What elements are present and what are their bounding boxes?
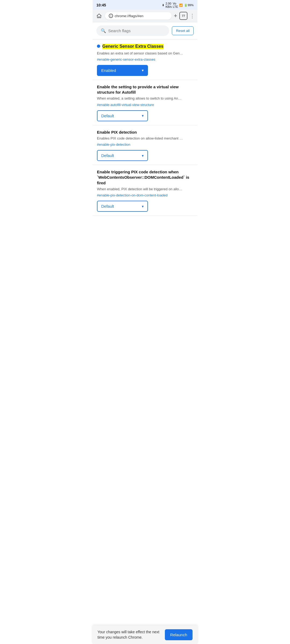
home-button[interactable]: [95, 12, 103, 20]
flag-item-autofill: Enable the setting to provide a virtual …: [93, 80, 197, 125]
search-bar-container: 🔍 Reset all: [93, 22, 197, 39]
flag-dropdown-1[interactable]: Default ▾: [97, 110, 148, 121]
menu-button[interactable]: ⋮: [190, 13, 195, 19]
flag-item-generic-sensor: Generic Sensor Extra Classes Enables an …: [93, 39, 197, 80]
flag-dropdown-value-1: Default: [101, 114, 114, 118]
flag-dropdown-value-0: Enabled: [101, 68, 116, 73]
chevron-down-icon-0: ▾: [142, 68, 144, 72]
bluetooth-icon: ⬇︎: [162, 3, 164, 7]
info-icon: i: [109, 14, 113, 18]
battery-icon: 🔋99%: [184, 3, 194, 7]
flags-list: Generic Sensor Extra Classes Enables an …: [93, 39, 197, 216]
flag-title-highlighted: Generic Sensor Extra Classes: [102, 44, 164, 49]
chevron-down-icon-1: ▾: [142, 114, 144, 118]
flag-active-dot: [97, 45, 100, 48]
search-input[interactable]: [108, 28, 165, 33]
browser-chrome: i chrome://flags/#en + 77 ⋮: [93, 10, 197, 22]
flag-dropdown-0[interactable]: Enabled ▾: [97, 65, 148, 76]
address-text: chrome://flags/#en: [115, 14, 143, 18]
search-icon: 🔍: [101, 28, 106, 33]
network-speed: 2.00KB/s: [165, 2, 172, 8]
flag-dropdown-3[interactable]: Default ▾: [97, 201, 148, 212]
tab-count-button[interactable]: 77: [179, 12, 187, 20]
vo-lte-icon: VoLTE: [173, 2, 178, 8]
chevron-down-icon-3: ▾: [142, 204, 144, 208]
flag-title-3: Enable triggering PIX code detection whe…: [97, 169, 193, 186]
flag-description-2: Enables PIX code detection on allow-list…: [97, 136, 193, 141]
flag-dropdown-value-3: Default: [101, 204, 114, 208]
flag-item-pix-dom: Enable triggering PIX code detection whe…: [93, 165, 197, 216]
flag-link-0[interactable]: #enable-generic-sensor-extra-classes: [97, 57, 155, 61]
flag-description-3: When enabled, PIX detection will be trig…: [97, 187, 193, 192]
status-icons: ⬇︎ 2.00KB/s VoLTE 📶 🔋99%: [162, 2, 194, 8]
main-content: 🔍 Reset all Generic Sensor Extra Classes…: [93, 22, 197, 240]
search-bar[interactable]: 🔍: [96, 25, 169, 36]
chevron-down-icon-2: ▾: [142, 153, 144, 158]
flag-description-1: When enabled, a setting allows to switch…: [97, 96, 193, 101]
flag-dropdown-2[interactable]: Default ▾: [97, 150, 148, 161]
reset-all-button[interactable]: Reset all: [172, 26, 194, 35]
flag-link-1[interactable]: #enable-autofill-virtual-view-structure: [97, 103, 154, 107]
new-tab-button[interactable]: +: [174, 12, 177, 19]
flag-title-2: Enable PIX detection: [97, 130, 193, 135]
flag-description-0: Enables an extra set of sensor classes b…: [97, 51, 193, 56]
flag-title-1: Enable the setting to provide a virtual …: [97, 84, 193, 95]
address-bar[interactable]: i chrome://flags/#en: [105, 12, 172, 20]
flag-link-3[interactable]: #enable-pix-detection-on-dom-content-loa…: [97, 193, 168, 197]
flag-dropdown-value-2: Default: [101, 153, 114, 158]
flag-link-2[interactable]: #enable-pix-detection: [97, 142, 130, 147]
flag-item-pix: Enable PIX detection Enables PIX code de…: [93, 125, 197, 165]
status-bar: 10:45 ⬇︎ 2.00KB/s VoLTE 📶 🔋99%: [93, 0, 197, 10]
status-time: 10:45: [96, 3, 106, 7]
signal-icon: 📶: [179, 3, 183, 7]
